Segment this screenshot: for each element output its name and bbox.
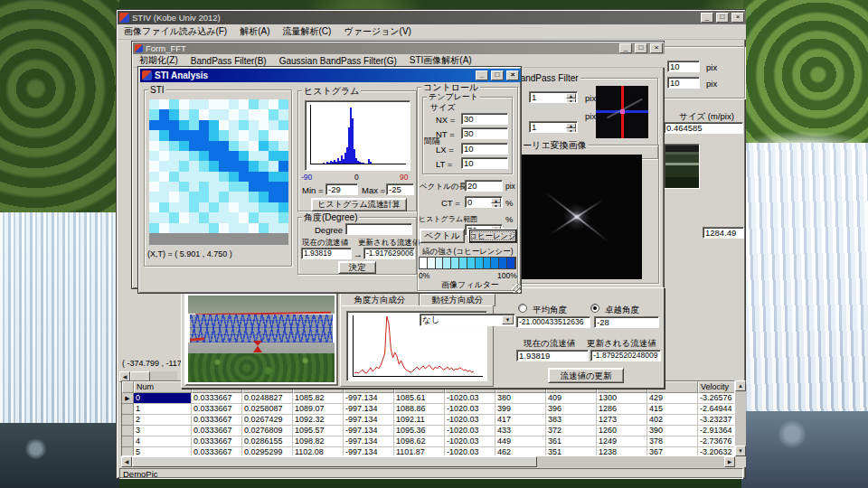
table-row[interactable]: 30.03336670.02768091095.57-997.1341095.3… (122, 426, 734, 436)
table-cell[interactable]: 3 (134, 426, 192, 436)
table-cell[interactable]: -2.73676 (698, 436, 735, 447)
table-cell[interactable]: 1089.07 (293, 404, 344, 415)
scroll-right-icon[interactable]: ▶ (724, 456, 735, 467)
image-filter-dropdown[interactable]: なし ▼ (420, 314, 515, 326)
table-cell[interactable]: -1020.03 (445, 415, 495, 426)
table-cell[interactable]: 1260 (597, 426, 647, 436)
table-cell[interactable]: 0.0333667 (192, 426, 242, 436)
table-header-cell[interactable]: Velocity (698, 381, 735, 393)
menu-item[interactable]: BandPass Filter(B) (184, 55, 273, 67)
misc-value-field[interactable]: 1284.49 (703, 227, 744, 239)
table-cell[interactable]: 1 (134, 404, 192, 415)
table-cell[interactable]: -997.134 (344, 426, 394, 436)
table-body[interactable]: ▶00.03336670.02488271085.82-997.1341085.… (122, 393, 734, 456)
table-cell[interactable]: 380 (495, 393, 546, 404)
lt-field[interactable]: 10 (461, 157, 508, 169)
menu-item[interactable]: 画像ファイル読み込み(F) (118, 24, 233, 39)
table-cell[interactable]: 0.0295299 (242, 447, 293, 456)
current-velocity-field[interactable]: 1.93819 (301, 248, 352, 259)
tab-radial-component[interactable]: 動径方向成分 (420, 294, 495, 306)
table-cell[interactable]: 399 (495, 404, 546, 415)
pix2-field[interactable]: 10 (667, 77, 700, 89)
table-cell[interactable]: 417 (495, 415, 546, 426)
table-cell[interactable]: 2 (134, 415, 192, 426)
spin-down-icon[interactable]: ▼ (566, 128, 576, 133)
table-cell[interactable]: 1098.82 (293, 436, 344, 447)
table-cell[interactable]: 449 (495, 436, 546, 447)
table-cell[interactable]: 1088.86 (394, 404, 445, 415)
table-cell[interactable]: 409 (546, 393, 597, 404)
table-cell[interactable]: 415 (647, 404, 698, 415)
menu-item[interactable]: ヴァージョン(V) (337, 24, 418, 39)
decide-button[interactable]: 決定 (338, 261, 376, 274)
table-hscrollbar[interactable]: ◀ ▶ (121, 456, 735, 467)
min-field[interactable]: -29 (326, 183, 358, 195)
histogram-velocity-button[interactable]: ヒストグラム流速計算 (311, 198, 407, 211)
vector-button[interactable]: ベクトル (420, 229, 465, 243)
bandpass-y-field[interactable]: 1 ▲▼ (529, 121, 578, 133)
table-cell[interactable]: 396 (546, 404, 597, 415)
ct-spinner[interactable]: 0 ▲▼ (465, 196, 503, 208)
table-cell[interactable]: 0.0333667 (192, 404, 242, 415)
table-cell[interactable]: -1020.03 (445, 436, 495, 447)
table-cell[interactable]: -1020.03 (445, 393, 495, 404)
table-cell[interactable]: 5 (134, 447, 192, 456)
tab-angle-component[interactable]: 角度方向成分 (340, 292, 420, 306)
table-cell[interactable]: 351 (546, 447, 597, 456)
updated-velocity-field[interactable]: -1.917629006 (363, 248, 415, 259)
table-cell[interactable]: 372 (546, 426, 597, 436)
max-field[interactable]: -25 (386, 183, 414, 195)
spinner[interactable]: ▲▼ (566, 123, 576, 133)
table-cell[interactable]: 0.0286155 (242, 436, 293, 447)
nt-field[interactable]: 30 (461, 127, 508, 139)
table-cell[interactable]: -3.23237 (698, 415, 735, 426)
table-cell[interactable]: 367 (647, 447, 698, 456)
pix1-field[interactable]: 10 (667, 61, 700, 72)
updated-velocity-field[interactable]: -1.8792520248009 (590, 350, 661, 361)
table-cell[interactable]: -2.64944 (698, 404, 735, 415)
velocity-table[interactable]: NumdVelocity ▶00.03336670.02488271085.82… (121, 380, 735, 456)
table-cell[interactable]: -997.134 (344, 415, 394, 426)
table-cell[interactable]: 0.0267429 (242, 415, 293, 426)
table-cell[interactable]: 0.0333667 (192, 415, 242, 426)
table-cell[interactable]: 433 (495, 426, 546, 436)
coherency-button[interactable]: コヒーレンシー (468, 229, 517, 243)
table-cell[interactable]: 1092.11 (394, 415, 445, 426)
table-cell[interactable]: 0.0276809 (242, 426, 293, 436)
minimize-button[interactable]: _ (619, 43, 632, 53)
table-cell[interactable]: 1085.82 (293, 393, 344, 404)
table-cell[interactable]: 1098.62 (394, 436, 445, 447)
minimize-button[interactable]: _ (701, 13, 713, 23)
minimize-button[interactable]: _ (476, 70, 488, 80)
table-cell[interactable]: 1300 (597, 393, 647, 404)
table-cell[interactable]: -3.20632 (698, 447, 735, 456)
mean-angle-field[interactable]: -21.000433512636 (516, 316, 590, 328)
table-cell[interactable]: -997.134 (344, 447, 394, 456)
table-cell[interactable]: 0.0333667 (192, 436, 242, 447)
table-cell[interactable]: -997.134 (344, 436, 394, 447)
scroll-left-icon[interactable]: ◀ (121, 456, 132, 467)
table-cell[interactable]: -2.91364 (698, 426, 735, 436)
table-cell[interactable]: -1020.03 (445, 426, 495, 436)
table-cell[interactable]: 390 (647, 426, 698, 436)
scroll-down-icon[interactable]: ▼ (735, 446, 746, 456)
bandpass-x-field[interactable]: 1 ▲▼ (529, 91, 578, 103)
menu-item[interactable]: Gaussian BandPass Filter(G) (273, 55, 403, 67)
table-cell[interactable]: 0.0258087 (242, 404, 293, 415)
table-cell[interactable]: 4 (134, 436, 192, 447)
table-cell[interactable]: 0.0333667 (192, 447, 242, 456)
table-cell[interactable]: 462 (495, 447, 546, 456)
spin-down-icon[interactable]: ▼ (566, 99, 576, 103)
peak-angle-field[interactable]: -28 (594, 316, 659, 328)
table-cell[interactable]: 1273 (597, 415, 647, 426)
table-cell[interactable]: 1095.57 (293, 426, 344, 436)
close-button[interactable]: × (731, 13, 744, 23)
table-cell[interactable]: -1020.03 (445, 447, 495, 456)
sti-titlebar[interactable]: STI Analysis _ □ × (140, 69, 521, 82)
table-cell[interactable]: 1238 (597, 447, 647, 456)
table-cell[interactable]: 378 (647, 436, 698, 447)
fft-titlebar[interactable]: Form_FFT _ □ × (133, 42, 665, 54)
table-row[interactable]: 40.03336670.02861551098.82-997.1341098.6… (122, 436, 734, 447)
table-cell[interactable]: 402 (647, 415, 698, 426)
mean-angle-radio[interactable] (518, 304, 527, 313)
